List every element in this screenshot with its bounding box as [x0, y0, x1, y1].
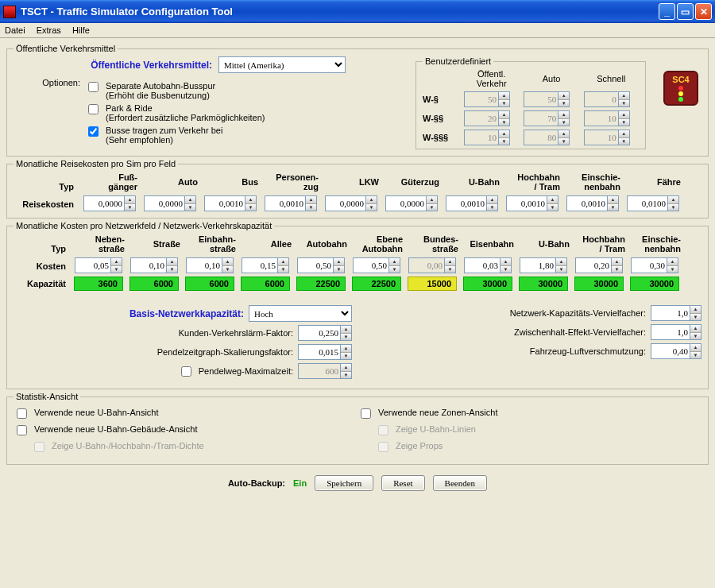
spinner-buttons[interactable]: ▲▼ — [619, 91, 630, 107]
spinner-buttons[interactable]: ▲▼ — [341, 344, 352, 360]
spinner-input[interactable] — [520, 257, 556, 273]
spinner-input[interactable] — [186, 257, 222, 273]
spinner-buttons[interactable]: ▲▼ — [668, 195, 679, 211]
spinner-buttons[interactable]: ▲▼ — [619, 130, 630, 145]
spinner-input[interactable] — [651, 324, 690, 340]
spinner-buttons[interactable]: ▲▼ — [499, 130, 510, 145]
option-1-checkbox[interactable] — [88, 104, 99, 114]
spinner-buttons[interactable]: ▲▼ — [612, 257, 623, 273]
spinner-buttons[interactable]: ▲▼ — [500, 257, 512, 273]
spinner-input[interactable] — [325, 195, 366, 211]
spinner-input[interactable] — [584, 91, 619, 107]
spinner-input[interactable] — [265, 195, 306, 211]
spinner-buttons[interactable]: ▲▼ — [366, 195, 377, 211]
spinner-buttons[interactable]: ▲▼ — [427, 195, 438, 211]
spinner-buttons[interactable]: ▲▼ — [608, 195, 619, 211]
spinner-input[interactable] — [446, 195, 487, 211]
spinner-input[interactable] — [130, 257, 167, 273]
spinner-buttons[interactable]: ▲▼ — [690, 343, 701, 359]
s2-col-hdr: Personen-zug — [263, 172, 319, 192]
spinner-input[interactable] — [631, 257, 667, 273]
spinner-input[interactable] — [524, 130, 558, 145]
spinner-buttons[interactable]: ▲▼ — [185, 195, 196, 211]
spinner-input[interactable] — [83, 195, 125, 211]
statistics-group: Statistik-Ansicht Verwende neue U-Bahn-A… — [6, 392, 709, 465]
spinner-buttons[interactable]: ▲▼ — [558, 110, 570, 126]
spinner-input[interactable] — [651, 305, 690, 321]
spinner-buttons[interactable]: ▲▼ — [278, 257, 289, 273]
spinner-input[interactable] — [566, 195, 608, 211]
menu-file[interactable]: Datei — [5, 25, 25, 35]
spinner-buttons[interactable]: ▲▼ — [341, 325, 352, 341]
stats-checkbox — [378, 442, 388, 452]
spinner-input[interactable] — [204, 195, 245, 211]
spinner-input[interactable] — [464, 91, 499, 107]
capacity-cell: 6000 — [185, 277, 234, 291]
spinner-buttons[interactable]: ▲▼ — [619, 110, 630, 126]
option-0-checkbox[interactable] — [88, 82, 99, 92]
spinner-buttons[interactable]: ▲▼ — [306, 195, 317, 211]
spinner-buttons[interactable]: ▲▼ — [547, 195, 558, 211]
spinner-buttons[interactable]: ▲▼ — [487, 195, 498, 211]
stats-checkbox[interactable] — [361, 408, 371, 419]
spinner-input[interactable] — [464, 110, 499, 126]
spinner-buttons[interactable]: ▲▼ — [334, 257, 345, 273]
spinner-buttons[interactable]: ▲▼ — [558, 91, 570, 107]
spinner-buttons[interactable]: ▲▼ — [245, 195, 257, 211]
spinner-buttons[interactable]: ▲▼ — [556, 257, 567, 273]
spinner-input[interactable] — [627, 195, 668, 211]
menu-extras[interactable]: Extras — [37, 25, 61, 35]
spinner-buttons[interactable]: ▲▼ — [445, 257, 456, 273]
spinner-buttons[interactable]: ▲▼ — [558, 130, 570, 145]
minimize-button[interactable]: _ — [659, 3, 675, 20]
menu-help[interactable]: Hilfe — [72, 25, 90, 35]
spinner-buttons[interactable]: ▲▼ — [125, 195, 136, 211]
spinner-input[interactable] — [464, 130, 499, 145]
spinner-buttons[interactable]: ▲▼ — [167, 257, 178, 273]
spinner-input[interactable] — [575, 257, 612, 273]
spinner-input[interactable] — [524, 110, 558, 126]
stats-label: Verwende neue Zonen-Ansicht — [378, 408, 497, 417]
commute-maxtime-checkbox[interactable] — [181, 366, 191, 377]
spinner-buttons[interactable]: ▲▼ — [389, 257, 400, 273]
stats-label: Verwende neue U-Bahn-Gebäude-Ansicht — [34, 424, 197, 434]
spinner-input[interactable] — [385, 195, 427, 211]
spinner-input[interactable] — [408, 257, 445, 273]
spinner-input[interactable] — [584, 110, 619, 126]
spinner-buttons[interactable]: ▲▼ — [222, 257, 234, 273]
quit-button[interactable]: Beenden — [433, 475, 487, 491]
menubar: Datei Extras Hilfe — [0, 23, 715, 38]
stats-checkbox[interactable] — [17, 408, 27, 419]
option-2-checkbox[interactable] — [88, 126, 99, 137]
public-transport-select[interactable]: Mittel (Amerika) — [218, 56, 346, 73]
spinner-buttons[interactable]: ▲▼ — [690, 324, 701, 340]
spinner-input[interactable] — [297, 257, 334, 273]
reset-button[interactable]: Reset — [381, 475, 424, 491]
spinner-input[interactable] — [144, 195, 185, 211]
spinner-input[interactable] — [298, 325, 341, 341]
sc4-logo: SC4 — [663, 71, 698, 106]
spinner-buttons[interactable]: ▲▼ — [690, 305, 701, 321]
s3-col-hdr: Autobahn — [295, 234, 347, 254]
spinner-buttons[interactable]: ▲▼ — [111, 257, 122, 273]
spinner-input[interactable] — [298, 344, 341, 360]
close-button[interactable]: ✕ — [695, 3, 712, 20]
spinner-input[interactable] — [242, 257, 278, 273]
spinner-input[interactable] — [651, 343, 690, 359]
spinner-input[interactable] — [75, 257, 111, 273]
save-button[interactable]: Speichern — [315, 475, 373, 491]
commute-maxtime-label: Pendelweg-Maximalzeit: — [199, 366, 293, 376]
spinner-input[interactable] — [506, 195, 547, 211]
base-capacity-select[interactable]: Hoch — [249, 305, 352, 322]
spinner-buttons[interactable]: ▲▼ — [499, 110, 510, 126]
stats-checkbox[interactable] — [17, 425, 27, 435]
stats-label: Zeige Props — [396, 441, 443, 451]
spinner-input[interactable] — [524, 91, 558, 107]
spinner-input[interactable] — [353, 257, 389, 273]
maximize-button[interactable]: ▭ — [677, 3, 694, 20]
spinner-buttons[interactable]: ▲▼ — [667, 257, 678, 273]
spinner-buttons[interactable]: ▲▼ — [499, 91, 510, 107]
commute-maxtime-input[interactable] — [298, 363, 341, 379]
spinner-input[interactable] — [464, 257, 500, 273]
spinner-input[interactable] — [584, 130, 619, 145]
